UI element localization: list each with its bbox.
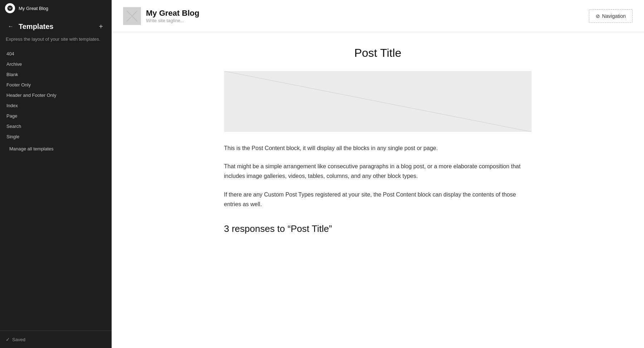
featured-image-placeholder	[224, 71, 532, 132]
sidebar-item-search[interactable]: Search	[3, 121, 109, 131]
navigation-compass-icon: ⊘	[596, 13, 600, 19]
nav-item-label: 404	[6, 51, 14, 56]
post-content: This is the Post Content block, it will …	[224, 143, 532, 209]
site-tagline: Write site tagline...	[146, 18, 199, 23]
navigation-button[interactable]: ⊘ Navigation	[589, 9, 633, 23]
nav-item-label: Header and Footer Only	[6, 93, 56, 98]
content-area: Post Title This is the Post Content bloc…	[217, 32, 539, 348]
sidebar-header: ← Templates +	[0, 16, 112, 34]
post-content-p3: If there are any Custom Post Types regis…	[224, 190, 532, 209]
topbar-site-name: My Great Blog	[19, 6, 48, 11]
post-content-p2: That might be a simple arrangement like …	[224, 161, 532, 181]
back-button[interactable]: ←	[6, 21, 16, 31]
site-info: My Great Blog Write site tagline...	[146, 9, 199, 23]
nav-item-label: Archive	[6, 61, 22, 67]
sidebar-title: Templates	[19, 23, 93, 31]
sidebar-item-404[interactable]: 404	[3, 49, 109, 59]
saved-label: Saved	[12, 337, 25, 342]
add-template-button[interactable]: +	[96, 21, 106, 31]
manage-templates-link[interactable]: Manage all templates	[3, 142, 109, 156]
post-title: Post Title	[224, 46, 532, 60]
sidebar-footer: ✓ Saved	[0, 330, 112, 348]
sidebar-item-header-footer-only[interactable]: Header and Footer Only	[3, 90, 109, 100]
sidebar: ← Templates + Express the layout of your…	[0, 0, 112, 348]
site-logo-area: My Great Blog Write site tagline...	[123, 7, 199, 25]
nav-item-label: Footer Only	[6, 82, 31, 88]
sidebar-nav: 404 Archive Blank Footer Only Header and…	[0, 49, 112, 331]
main-preview: My Great Blog Write site tagline... ⊘ Na…	[112, 0, 644, 348]
nav-item-label: Index	[6, 103, 18, 108]
sidebar-item-archive[interactable]: Archive	[3, 59, 109, 69]
nav-item-label: Search	[6, 124, 21, 129]
sidebar-item-index[interactable]: Index	[3, 100, 109, 111]
navigation-label: Navigation	[602, 13, 626, 19]
site-logo-placeholder	[123, 7, 141, 25]
nav-item-label: Blank	[6, 72, 18, 77]
site-title: My Great Blog	[146, 9, 199, 18]
sidebar-item-single[interactable]: Single	[3, 131, 109, 142]
responses-heading: 3 responses to “Post Title”	[224, 223, 532, 234]
post-content-p1: This is the Post Content block, it will …	[224, 143, 532, 153]
saved-check-icon: ✓	[6, 337, 10, 342]
nav-item-label: Page	[6, 113, 17, 119]
svg-text:W: W	[9, 6, 12, 10]
top-bar: W My Great Blog	[0, 0, 112, 16]
nav-item-label: Single	[6, 134, 19, 139]
sidebar-item-page[interactable]: Page	[3, 111, 109, 121]
site-header: My Great Blog Write site tagline... ⊘ Na…	[112, 0, 644, 32]
sidebar-item-blank[interactable]: Blank	[3, 69, 109, 80]
sidebar-item-footer-only[interactable]: Footer Only	[3, 80, 109, 90]
sidebar-description: Express the layout of your site with tem…	[0, 34, 112, 49]
wp-logo[interactable]: W	[5, 3, 15, 13]
